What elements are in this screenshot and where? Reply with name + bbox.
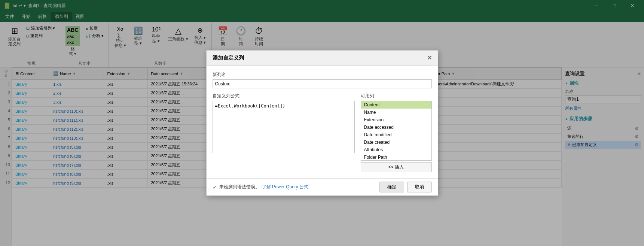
modal-new-col-label: 新列名 <box>213 72 432 78</box>
add-custom-col-modal: 添加自定义列 ✕ 新列名 自定义列公式: =Excel.Workbook([Co… <box>206 50 438 196</box>
modal-two-col: 自定义列公式: =Excel.Workbook([Content]) 可用列: … <box>213 93 432 172</box>
modal-columns-list[interactable]: ContentNameExtensionDate accessedDate mo… <box>361 101 432 161</box>
modal-confirm-button[interactable]: 确定 <box>379 182 404 192</box>
modal-col-item[interactable]: Attributes <box>361 146 431 154</box>
modal-list-scroll: ContentNameExtensionDate accessedDate mo… <box>361 101 432 161</box>
modal-right: 可用列: ContentNameExtensionDate accessedDa… <box>361 93 432 172</box>
modal-col-item[interactable]: Folder Path <box>361 154 431 161</box>
modal-close-button[interactable]: ✕ <box>427 54 432 61</box>
modal-status-text: 未检测到语法错误。 <box>219 184 260 190</box>
modal-title: 添加自定义列 <box>213 55 244 61</box>
modal-status-ok-icon: ✓ <box>213 184 217 190</box>
modal-col-item[interactable]: Date created <box>361 139 431 146</box>
modal-new-col-row: 新列名 <box>213 72 432 88</box>
modal-col-item[interactable]: Date accessed <box>361 124 431 131</box>
modal-insert-button[interactable]: << 插入 <box>361 162 432 172</box>
modal-learn-link[interactable]: 了解 Power Query 公式 <box>262 184 309 190</box>
modal-col-item[interactable]: Date modified <box>361 131 431 139</box>
modal-status: ✓ 未检测到语法错误。 了解 Power Query 公式 <box>213 184 309 190</box>
modal-col-item[interactable]: Content <box>361 101 431 109</box>
modal-buttons: 确定 取消 <box>379 182 432 192</box>
modal-formula-label: 自定义列公式: <box>213 93 355 99</box>
modal-new-col-input[interactable] <box>213 79 432 88</box>
modal-body: 新列名 自定义列公式: =Excel.Workbook([Content]) 可… <box>207 66 438 178</box>
modal-footer: ✓ 未检测到语法错误。 了解 Power Query 公式 确定 取消 <box>207 178 438 195</box>
modal-formula-textarea[interactable]: =Excel.Workbook([Content]) <box>213 101 355 153</box>
modal-header: 添加自定义列 ✕ <box>207 51 438 66</box>
modal-cancel-button[interactable]: 取消 <box>407 182 432 192</box>
modal-col-item[interactable]: Name <box>361 109 431 116</box>
modal-overlay: 添加自定义列 ✕ 新列名 自定义列公式: =Excel.Workbook([Co… <box>0 0 644 246</box>
modal-col-item[interactable]: Extension <box>361 116 431 124</box>
modal-left: 自定义列公式: =Excel.Workbook([Content]) <box>213 93 355 172</box>
modal-available-label: 可用列: <box>361 93 432 99</box>
